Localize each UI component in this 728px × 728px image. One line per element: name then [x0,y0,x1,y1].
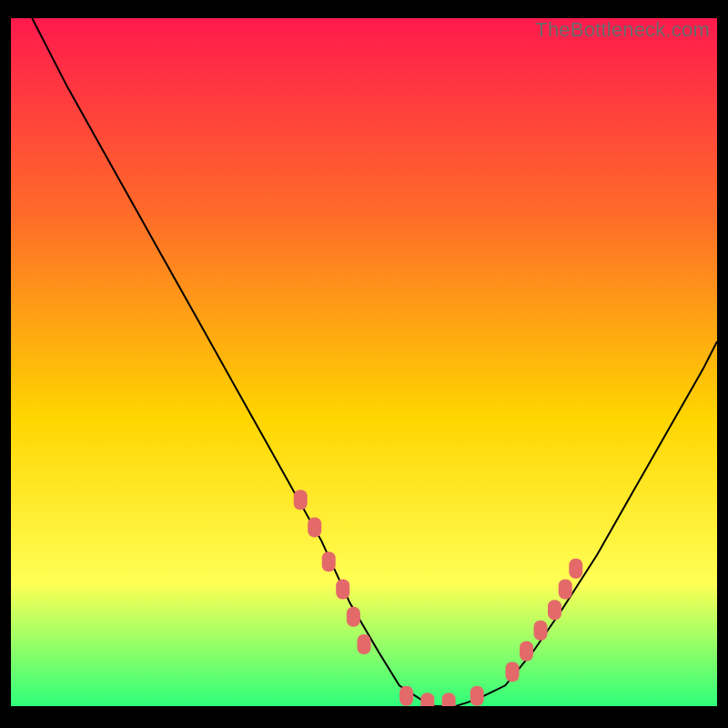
gradient-background [11,18,717,706]
data-point [520,642,533,662]
data-point [548,600,561,620]
data-point [442,693,456,706]
data-point [336,580,349,600]
chart-frame: TheBottleneck.com [11,18,717,721]
data-point [420,693,434,706]
data-point [506,662,520,682]
data-point [399,686,413,706]
data-point [322,551,336,571]
data-point [347,607,360,627]
data-point [470,686,484,706]
data-point [294,490,308,510]
data-point [358,634,371,654]
chart-plot [11,18,717,706]
watermark-text: TheBottleneck.com [535,18,710,42]
data-point [559,580,572,600]
data-point [308,517,321,537]
data-point [569,559,582,579]
data-point [534,621,548,641]
